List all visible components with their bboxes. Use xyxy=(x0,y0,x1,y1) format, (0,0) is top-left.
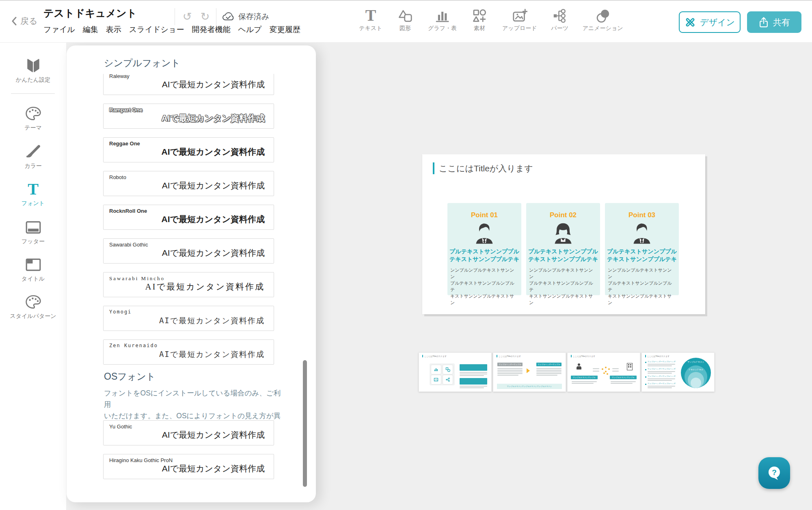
menu-file[interactable]: ファイル xyxy=(43,24,75,35)
font-option-rampart-one[interactable]: Rampart One AIで最短カンタン資料作成 xyxy=(103,104,274,129)
back-button[interactable]: 戻る xyxy=(11,15,38,27)
chart-icon xyxy=(434,8,450,24)
tool-assets[interactable]: 素材 xyxy=(468,6,491,32)
sidebar-item-font[interactable]: T フォント xyxy=(0,180,66,207)
point-card-1[interactable]: Point 01 プルテキストサンンププル テキストサンンププルテキ ンンプルン… xyxy=(447,203,521,295)
title-accent-bar xyxy=(433,162,434,174)
mini-building-icon xyxy=(627,363,633,370)
sidebar-divider xyxy=(11,93,55,94)
font-option-sawarabi-mincho[interactable]: Sawarabi Mincho AIで最短カンタン資料作成 xyxy=(103,272,274,297)
insert-toolbar: T テキスト 図形 グラフ・表 xyxy=(359,6,623,32)
simple-fonts-heading: シンプルフォント xyxy=(104,57,180,69)
sidebar-item-footer[interactable]: フッター xyxy=(0,218,66,245)
font-name-label: Zen Kurenaido xyxy=(109,343,158,348)
tool-chart[interactable]: グラフ・表 xyxy=(428,6,457,32)
sidebar-item-label: スタイルパターン xyxy=(0,313,66,320)
thumbnail-slide-1[interactable]: ここにはTitleが入ります xyxy=(419,352,492,392)
font-icon: T xyxy=(28,181,39,197)
font-name-label: Roboto xyxy=(109,174,126,180)
icon-grid-panel xyxy=(430,363,455,385)
title-accent-bar xyxy=(497,355,497,357)
font-option-yomogi[interactable]: Yomogi AIで最短カンタン資料作成 xyxy=(103,306,274,331)
font-option-yu-gothic[interactable]: Yu Gothic AIで最短カンタン資料作成 xyxy=(103,420,274,445)
font-name-label: Yomogi xyxy=(109,309,132,315)
sidebar-item-label: フッター xyxy=(0,238,66,245)
menu-history[interactable]: 変更履歴 xyxy=(270,24,300,35)
font-name-label: Reggae One xyxy=(109,140,140,147)
assets-icon xyxy=(472,8,487,24)
chevron-left-icon xyxy=(11,17,17,26)
font-option-sawarabi-gothic[interactable]: Sawarabi Gothic AIで最短カンタン資料作成 xyxy=(103,238,274,264)
title-area-icon xyxy=(25,257,42,272)
sample-label-teal: サンプルテキストサンプル xyxy=(571,376,598,379)
font-option-roboto[interactable]: Roboto AIで最短カンタン資料作成 xyxy=(103,171,274,196)
male-avatar-icon xyxy=(472,222,497,244)
thumbnail-slide-4[interactable]: ここにはTitleが入ります サンプルヘッダーサンプルヘッダーサン サンプルヘッ… xyxy=(641,352,715,392)
male-avatar-icon xyxy=(629,222,654,244)
point-card-2[interactable]: Point 02 プルテキストサンンププル テキストサンンププルテキ ンンプルン… xyxy=(526,203,600,295)
font-sample-text: AIで最短カンタン資料作成 xyxy=(159,316,265,326)
beginner-mark-icon xyxy=(25,57,41,74)
slide-thumbnails: ここにはTitleが入ります ここにはTitleが入ります サンプルヘッダーサン… xyxy=(419,352,715,392)
sidebar-item-title[interactable]: タイトル xyxy=(0,256,66,283)
sidebar-item-color[interactable]: カラー xyxy=(0,143,66,170)
font-sample-text: AIで最短カンタン資料作成 xyxy=(162,247,265,259)
redo-icon[interactable]: ↻ xyxy=(197,8,213,25)
font-option-rocknroll-one[interactable]: RocknRoll One AIで最短カンタン資料作成 xyxy=(103,205,274,230)
point-label: Point 03 xyxy=(605,211,679,219)
nested-circle-inner xyxy=(691,378,701,388)
sidebar-item-easy-settings[interactable]: かんたん設定 xyxy=(0,57,66,84)
design-button[interactable]: デザイン xyxy=(679,11,741,33)
card-heading: プルテキストサンンププル テキストサンンププルテキ xyxy=(607,248,677,263)
point-card-3[interactable]: Point 03 プルテキストサンンププル テキストサンンププルテキ ンンプルン… xyxy=(605,203,679,295)
tool-upload[interactable]: アップロード xyxy=(502,6,537,32)
upload-image-icon xyxy=(512,8,527,24)
font-sample-text: AIで最短カンタン資料作成 xyxy=(145,281,265,292)
tool-parts[interactable]: パーツ xyxy=(548,6,572,32)
tool-animation[interactable]: アニメーション xyxy=(583,6,623,32)
tool-shapes[interactable]: 図形 xyxy=(393,6,417,32)
divider xyxy=(175,8,175,25)
menu-help[interactable]: ヘルプ xyxy=(238,24,261,35)
font-name-label: Hiragino Kaku Gothic ProN xyxy=(109,457,173,463)
panel-scrollbar[interactable] xyxy=(303,360,307,487)
font-sample-text: AIで最短カンタン資料作成 xyxy=(159,349,265,360)
question-glyph: ? xyxy=(772,468,777,477)
sidebar-item-style-pattern[interactable]: スタイルパターン xyxy=(0,293,66,320)
slide-editor[interactable]: ここにはTitleが入ります Point 01 プルテキストサンンププル テキス… xyxy=(422,154,705,314)
title-accent-bar xyxy=(571,355,572,357)
menu-developer[interactable]: 開発者機能 xyxy=(192,24,230,35)
font-option-reggae-one[interactable]: Reggae One AIで最短カンタン資料作成 xyxy=(103,137,274,162)
slide-title-block[interactable]: ここにはTitleが入ります xyxy=(433,162,533,174)
design-tools-icon xyxy=(685,17,696,28)
sample-quote-strip: サンプルテキストサンプルテキストサンプルテキスト xyxy=(497,384,562,389)
menu-slideshow[interactable]: スライドショー xyxy=(129,24,184,35)
mini-person-icon xyxy=(576,363,582,370)
sidebar-item-theme[interactable]: テーマ xyxy=(0,105,66,132)
help-bubble-icon: ? xyxy=(765,464,783,482)
brush-icon xyxy=(25,144,42,160)
sidebar-item-label: フォント xyxy=(0,200,66,207)
thumbnail-slide-3[interactable]: ここにはTitleが入ります サンプルテキストサンプル サンプルテキストサンプル xyxy=(567,352,640,392)
help-button[interactable]: ? xyxy=(758,457,790,489)
sample-header-gray: サンプルヘッダーサンプル xyxy=(497,363,523,366)
menu-view[interactable]: 表示 xyxy=(106,24,121,35)
os-fonts-heading: OSフォント xyxy=(104,370,155,383)
share-button[interactable]: 共有 xyxy=(747,11,801,33)
menu-edit[interactable]: 編集 xyxy=(83,24,98,35)
divider xyxy=(216,8,216,25)
font-sample-text: AIで最短カンタン資料作成 xyxy=(162,463,265,474)
sample-header-teal: サンプルヘッダーサンプル xyxy=(536,363,561,366)
font-option-raleway[interactable]: Raleway AIで最短カンタン資料作成 xyxy=(103,74,274,95)
title-accent-bar xyxy=(645,355,646,357)
font-option-zen-kurenaido[interactable]: Zen Kurenaido AIで最短カンタン資料作成 xyxy=(103,339,274,365)
thumbnail-slide-2[interactable]: ここにはTitleが入ります サンプルヘッダーサンプル サンプルヘッダーサンプル… xyxy=(493,352,566,392)
tool-text[interactable]: T テキスト xyxy=(359,6,382,32)
document-title[interactable]: テストドキュメント xyxy=(43,6,137,20)
menu-bar: ファイル 編集 表示 スライドショー 開発者機能 ヘルプ 変更履歴 xyxy=(43,24,300,35)
font-option-hiragino[interactable]: Hiragino Kaku Gothic ProN AIで最短カンタン資料作成 xyxy=(103,454,274,479)
undo-icon[interactable]: ↺ xyxy=(179,8,195,25)
card-body: ンンプルンプルテキストサンンン プルテキストサンンプルンプルテ キストサンンンプ… xyxy=(450,267,518,306)
design-button-label: デザイン xyxy=(700,17,735,28)
font-name-label: Sawarabi Gothic xyxy=(109,242,148,248)
